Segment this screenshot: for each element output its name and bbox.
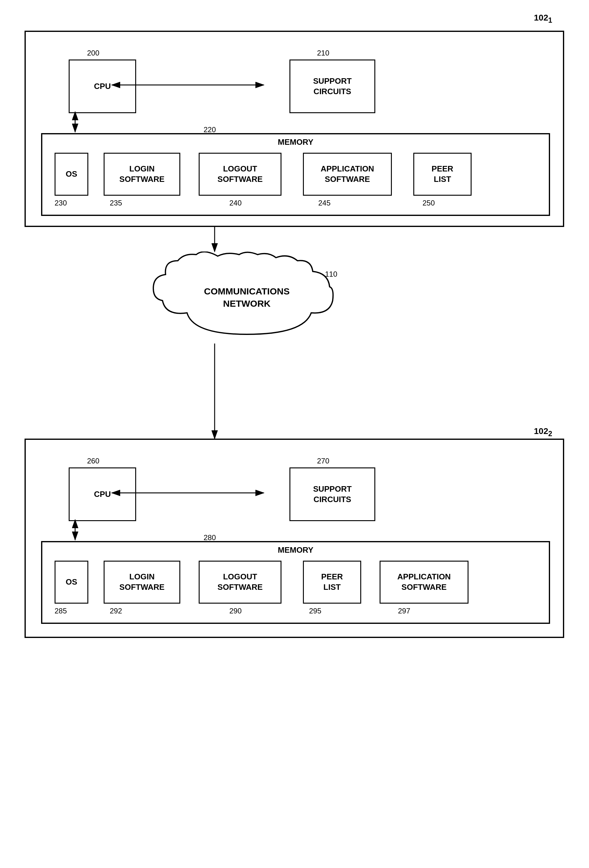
support2-ref: 270	[317, 457, 329, 465]
memory2-ref: 280	[203, 533, 216, 542]
support2-box: SUPPORTCIRCUITS	[289, 468, 375, 521]
ref-label-top: 1021	[534, 13, 552, 25]
login2-ref: 292	[110, 607, 122, 615]
memory1-ref: 220	[203, 125, 216, 134]
login1-box: LOGINSOFTWARE	[104, 153, 180, 196]
app2-ref: 297	[398, 607, 410, 615]
memory2-label: MEMORY	[278, 545, 314, 555]
cpu1-box: CPU	[69, 59, 136, 113]
computer2-box: CPU 260 SUPPORTCIRCUITS 270 280 MEMORY O…	[25, 438, 564, 638]
peerlist2-box: PEERLIST	[303, 561, 361, 604]
app1-box: APPLICATIONSOFTWARE	[303, 153, 392, 196]
memory1-box: MEMORY OS 230 LOGINSOFTWARE 235 LOGOUTSO…	[41, 133, 550, 216]
memory1-label: MEMORY	[278, 137, 314, 147]
app1-ref: 245	[318, 199, 331, 207]
logout2-box: LOGOUTSOFTWARE	[199, 561, 281, 604]
os1-ref: 230	[54, 199, 67, 207]
peerlist1-box: PEERLIST	[413, 153, 471, 196]
cloud-shape: COMMUNICATIONS NETWORK	[147, 251, 346, 344]
logout2-ref: 290	[229, 607, 241, 615]
svg-text:NETWORK: NETWORK	[223, 298, 271, 309]
app2-box: APPLICATIONSOFTWARE	[380, 561, 468, 604]
peerlist2-ref: 295	[309, 607, 321, 615]
cpu1-ref: 200	[87, 49, 99, 58]
diagram-container: 1021 CPU 200 SUPPORTCIRCUITS 210 220 MEM…	[0, 0, 589, 868]
os1-box: OS	[54, 153, 88, 196]
peerlist1-ref: 250	[423, 199, 435, 207]
login2-box: LOGINSOFTWARE	[104, 561, 180, 604]
os2-box: OS	[54, 561, 88, 604]
support1-box: SUPPORTCIRCUITS	[289, 59, 375, 113]
cpu2-ref: 260	[87, 457, 99, 465]
logout1-box: LOGOUTSOFTWARE	[199, 153, 281, 196]
svg-text:COMMUNICATIONS: COMMUNICATIONS	[204, 286, 289, 296]
support1-ref: 210	[317, 49, 329, 58]
memory2-box: MEMORY OS 285 LOGINSOFTWARE 292 LOGOUTSO…	[41, 541, 550, 624]
os2-ref: 285	[54, 607, 67, 615]
ref-label-bottom: 1022	[534, 426, 552, 438]
login1-ref: 235	[110, 199, 122, 207]
logout1-ref: 240	[229, 199, 241, 207]
computer1-box: CPU 200 SUPPORTCIRCUITS 210 220 MEMORY O…	[25, 31, 564, 227]
cpu2-box: CPU	[69, 468, 136, 521]
